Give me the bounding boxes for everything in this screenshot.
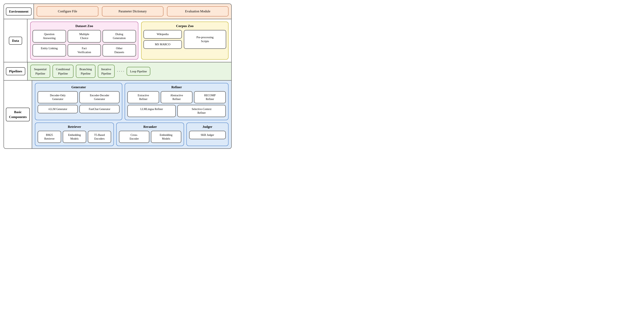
components-bottom: Retriever BM25Retriever EmbeddingModels … <box>35 122 228 146</box>
cross-encoder: Cross-Encoder <box>119 131 149 143</box>
dataset-item-el: Entity Linking <box>32 44 66 57</box>
refiner-section: Refiner ExtractiveRefiner AbstractiveRef… <box>125 83 228 120</box>
refiner-bottom-grid: LLMLingua Refiner Selective-ContextRefin… <box>128 105 226 117</box>
retriever-grid: BM25Retriever EmbeddingModels T5-BasedEn… <box>38 131 111 143</box>
dataset-grid: QuestionAnswering MultipleChoice DialogG… <box>32 30 136 56</box>
main-diagram: Environment Configure File Parameter Dic… <box>4 4 232 149</box>
reranker-section: Reranker Cross-Encoder EmbeddingModels <box>116 122 184 146</box>
reranker-title: Reranker <box>119 125 181 129</box>
selective-context-refiner: Selective-ContextRefiner <box>177 105 226 117</box>
data-row: Data Dataset Zoo QuestionAnswering Multi… <box>4 19 231 62</box>
components-top: Generator Decoder-OnlyGenerator Encoder-… <box>35 83 228 120</box>
conditional-pipeline: ConditionalPipeline <box>52 65 74 78</box>
generator-title: Generator <box>38 85 120 89</box>
environment-content: Configure File Parameter Dictionary Eval… <box>34 4 231 19</box>
embedding-models-reranker: EmbeddingModels <box>151 131 181 143</box>
components-row: BasicComponents Generator Decoder-OnlyGe… <box>4 80 231 148</box>
dataset-zoo: Dataset Zoo QuestionAnswering MultipleCh… <box>30 22 138 60</box>
evaluation-module-box: Evaluation Module <box>167 6 228 16</box>
extractive-refiner: ExtractiveRefiner <box>128 91 159 103</box>
configure-file-box: Configure File <box>37 6 98 16</box>
dataset-item-od: OtherDatasets <box>102 44 136 57</box>
fastchat-generator: FastChat Generator <box>79 105 120 113</box>
branching-pipeline: BranchingPipeline <box>76 65 95 78</box>
bm25-retriever: BM25Retriever <box>38 131 61 143</box>
data-content: Dataset Zoo QuestionAnswering MultipleCh… <box>28 19 231 62</box>
environment-row: Environment Configure File Parameter Dic… <box>4 4 231 19</box>
iterative-pipeline: IterativePipeline <box>98 65 115 78</box>
dataset-item-mc: MultipleChoice <box>68 30 101 42</box>
dataset-item-qa: QuestionAnswering <box>32 30 66 42</box>
dataset-item-dg: DialogGeneration <box>102 30 136 42</box>
generator-section: Generator Decoder-OnlyGenerator Encoder-… <box>35 83 122 120</box>
vllm-generator: vLLM Generator <box>38 105 78 113</box>
judger-section: Judger SKR Judger <box>186 122 228 146</box>
generator-grid: Decoder-OnlyGenerator Encoder-DecoderGen… <box>38 91 120 113</box>
t5-based-encoders: T5-BasedEncoders <box>88 131 111 143</box>
refiner-top-grid: ExtractiveRefiner AbstractiveRefiner REC… <box>128 91 226 103</box>
sequential-pipeline: SequentialPipeline <box>30 65 50 78</box>
pipelines-label: Pipelines <box>4 62 28 80</box>
retriever-section: Retriever BM25Retriever EmbeddingModels … <box>35 122 114 146</box>
components-label: BasicComponents <box>4 80 32 148</box>
abstractive-refiner: AbstractiveRefiner <box>161 91 192 103</box>
pipeline-dots: · · · · <box>117 69 124 74</box>
corpus-left: Wikipedia MS MARCO <box>144 30 182 49</box>
environment-label: Environment <box>4 4 34 19</box>
encoder-decoder-generator: Encoder-DecoderGenerator <box>79 91 120 103</box>
embedding-models-retriever: EmbeddingModels <box>63 131 86 143</box>
decoder-only-generator: Decoder-OnlyGenerator <box>38 91 78 103</box>
pipelines-row: Pipelines SequentialPipeline Conditional… <box>4 62 231 80</box>
judger-title: Judger <box>189 125 226 129</box>
llmlingua-refiner: LLMLingua Refiner <box>128 105 176 117</box>
retriever-title: Retriever <box>38 125 111 129</box>
corpus-msmarco: MS MARCO <box>144 40 182 49</box>
corpus-zoo: Corpus Zoo Wikipedia MS MARCO Pre-proces… <box>141 22 228 60</box>
skr-judger: SKR Judger <box>189 131 226 139</box>
dataset-zoo-title: Dataset Zoo <box>32 24 136 28</box>
parameter-dictionary-box: Parameter Dictionary <box>102 6 164 16</box>
recomp-refiner: RECOMPRefiner <box>194 91 226 103</box>
components-content: Generator Decoder-OnlyGenerator Encoder-… <box>32 80 231 148</box>
corpus-zoo-title: Corpus Zoo <box>144 24 226 28</box>
data-label: Data <box>4 19 28 62</box>
judger-grid: SKR Judger <box>189 131 226 139</box>
corpus-grid: Wikipedia MS MARCO Pre-processingScripts <box>144 30 226 49</box>
corpus-wikipedia: Wikipedia <box>144 30 182 38</box>
corpus-preprocessing: Pre-processingScripts <box>184 30 226 49</box>
loop-pipeline: Loop Pipeline <box>126 67 150 76</box>
refiner-title: Refiner <box>128 85 226 89</box>
dataset-item-fv: FactVerification <box>68 44 101 57</box>
reranker-grid: Cross-Encoder EmbeddingModels <box>119 131 181 143</box>
pipelines-content: SequentialPipeline ConditionalPipeline B… <box>28 62 231 80</box>
